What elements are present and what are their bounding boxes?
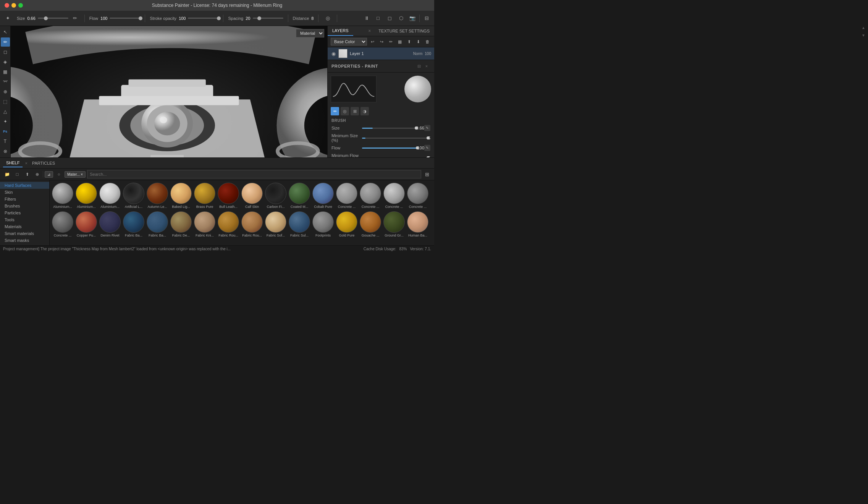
particles-tab[interactable]: PARTICLES (29, 159, 58, 167)
size-prop-slider[interactable] (362, 128, 416, 129)
material-item[interactable]: Aluminium... (99, 182, 121, 210)
eraser-tool[interactable]: ◻ (1, 47, 10, 57)
viewport-mode-select[interactable]: Material (296, 29, 324, 37)
material-item[interactable]: Aluminium... (75, 182, 98, 210)
shelf-new-btn[interactable]: □ (13, 170, 21, 178)
sidebar-item-brushes[interactable]: Brushes (0, 203, 49, 209)
material-item[interactable]: Human Ba... (406, 211, 429, 238)
viewport-3d-icon[interactable]: ◻ (385, 14, 394, 23)
shelf-tab-close-btn[interactable]: × (25, 161, 27, 165)
flow-edit-btn[interactable]: ✎ (424, 145, 430, 151)
material-item[interactable]: Concrete ... (383, 182, 406, 210)
material-item[interactable]: Gold Pure (335, 211, 358, 238)
material-item[interactable]: Concrete ... (406, 182, 429, 210)
stroke-opacity-slider[interactable] (188, 18, 218, 19)
material-item[interactable]: Copper Pu... (75, 211, 98, 238)
ps-icon[interactable]: Ps (1, 127, 10, 136)
selection-tool[interactable]: ⬚ (1, 97, 10, 106)
material-filter-close[interactable]: × (81, 172, 83, 177)
material-item[interactable]: Baked Lig... (170, 182, 192, 210)
redo-btn[interactable]: ↪ (378, 38, 385, 45)
material-item[interactable]: Brass Pure (193, 182, 216, 210)
material-item[interactable]: Concrete ... (51, 211, 74, 238)
sidebar-item-skin[interactable]: Skin (0, 189, 49, 196)
material-item[interactable]: Fabric Ba... (122, 211, 145, 238)
picker-tool[interactable]: ✦ (1, 117, 10, 126)
layer-visibility-btn[interactable]: ◉ (331, 51, 336, 56)
shelf-grid-toggle[interactable]: ⊞ (423, 170, 431, 178)
material-item[interactable]: Ground Gr... (383, 211, 406, 238)
close-button[interactable] (5, 3, 9, 8)
shelf-tab[interactable]: SHELF (3, 159, 23, 167)
properties-close-btn[interactable]: × (423, 62, 430, 70)
material-item[interactable]: Fabric Rou... (217, 211, 240, 238)
spacing-slider[interactable] (253, 18, 283, 19)
min-size-slider[interactable] (362, 138, 428, 139)
shelf-bookmark-btn[interactable]: ⊕ (33, 170, 41, 178)
material-item[interactable]: Fabric Sof... (264, 211, 287, 238)
min-flow-slider[interactable] (362, 157, 428, 158)
material-item[interactable]: Calf Skin (241, 182, 263, 210)
shelf-circle-filter-btn[interactable]: ○ (55, 170, 63, 178)
channel-select[interactable]: Base Color (331, 38, 367, 45)
brush-tab[interactable]: ✏ (331, 107, 339, 115)
material-item[interactable]: Bull Leath... (217, 182, 240, 210)
maximize-button[interactable] (18, 3, 23, 8)
size-slider[interactable] (38, 18, 68, 19)
paint-layer-btn[interactable]: ✏ (387, 38, 394, 45)
texture-tab[interactable]: ◎ (341, 107, 349, 115)
material-item[interactable]: Fabric Kni... (193, 211, 216, 238)
shelf-filter-btn[interactable]: ⊿ (45, 171, 53, 178)
texture-set-tab[interactable]: TEXTURE SET SETTINGS (374, 26, 434, 36)
properties-minimize-btn[interactable]: ⊟ (415, 62, 423, 70)
flow-slider[interactable] (110, 18, 140, 19)
material-item[interactable]: Footprints (312, 211, 335, 238)
material-item[interactable]: Concrete ... (359, 182, 382, 210)
brush-settings-icon[interactable]: ✦ (3, 14, 12, 23)
sidebar-item-materials[interactable]: Materials (0, 223, 49, 230)
material-item[interactable]: Fabric Sul... (288, 211, 311, 238)
cursor-tool[interactable]: ↖ (1, 28, 10, 37)
undo-btn[interactable]: ↩ (369, 38, 376, 45)
layers-tab[interactable]: LAYERS (328, 26, 353, 36)
layers-tab-close[interactable]: × (365, 26, 374, 36)
flow-prop-slider[interactable] (362, 147, 417, 149)
fill-tool[interactable]: ▦ (1, 67, 10, 76)
screenshot-icon[interactable]: 📷 (408, 14, 417, 23)
symmetry-tab[interactable]: ⊞ (351, 107, 359, 115)
lazy-mouse-icon[interactable]: ◎ (323, 14, 332, 23)
sidebar-item-tools[interactable]: Tools (0, 216, 49, 223)
sidebar-item-particles[interactable]: Particles (0, 209, 49, 216)
layer-item[interactable]: ◉ Layer 1 Norm 100 (328, 47, 434, 60)
material-item[interactable]: Fabric De... (170, 211, 192, 238)
sidebar-item-smart-materials[interactable]: Smart materials (0, 230, 49, 237)
material-item[interactable]: Fabric Rou... (241, 211, 263, 238)
shelf-folder-btn[interactable]: 📁 (3, 170, 11, 178)
window-controls[interactable] (5, 3, 23, 8)
material-item[interactable]: Gouache ... (359, 211, 382, 238)
clone-tool[interactable]: ⊕ (1, 87, 10, 96)
color-tab[interactable]: ◑ (360, 107, 369, 115)
sidebar-item-smart-masks[interactable]: Smart masks (0, 237, 49, 244)
sidebar-item-filters[interactable]: Filters (0, 196, 49, 203)
material-item[interactable]: Autumn Le... (146, 182, 169, 210)
material-item[interactable]: Fabric Ba... (146, 211, 169, 238)
text-tool[interactable]: T (1, 137, 10, 146)
paint-tool[interactable]: ✏ (1, 37, 10, 47)
viewport[interactable]: X Y Z Material (11, 26, 327, 157)
minimize-button[interactable] (11, 3, 16, 8)
geometry-tool[interactable]: △ (1, 107, 10, 116)
smudge-tool[interactable]: ⌤ (1, 77, 10, 86)
viewport-pause-icon[interactable]: ⏸ (362, 14, 371, 23)
brush-type-icon[interactable]: ✏ (71, 14, 80, 23)
move-up-btn[interactable]: ⬆ (405, 38, 413, 45)
size-edit-btn[interactable]: ✎ (424, 125, 430, 131)
stamp-tool[interactable]: ⊗ (1, 147, 10, 156)
material-item[interactable]: Artificial L... (122, 182, 145, 210)
projection-tool[interactable]: ◈ (1, 57, 10, 66)
shelf-import-btn[interactable]: ⬆ (23, 170, 31, 178)
material-item[interactable]: Carbon Fi... (264, 182, 287, 210)
move-down-btn[interactable]: ⬇ (414, 38, 422, 45)
material-item[interactable]: Concrete ... (335, 182, 358, 210)
material-item[interactable]: Denim Rivet (99, 211, 121, 238)
